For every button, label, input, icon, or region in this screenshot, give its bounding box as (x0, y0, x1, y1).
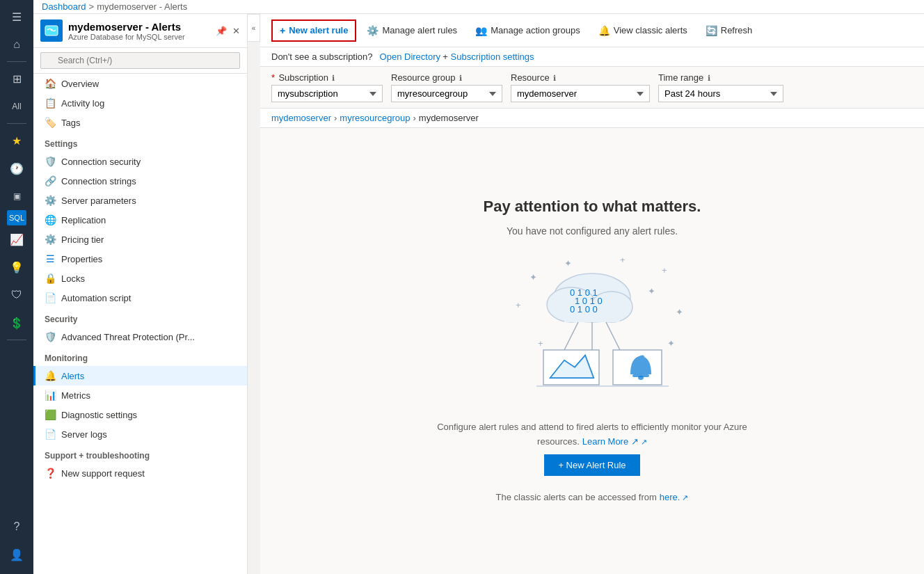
nav-item-alerts[interactable]: 🔔 Alerts (33, 366, 247, 385)
nav-label-advanced-threat: Advanced Threat Protection (Pr... (61, 332, 195, 342)
replication-icon: 🌐 (45, 214, 56, 225)
inner-wrapper: mydemoserver - Alerts Azure Database for… (33, 14, 924, 574)
view-classic-alerts-button[interactable]: 🔔 View classic alerts (591, 20, 695, 41)
nav-label-server-parameters: Server parameters (61, 196, 136, 206)
nav-item-tags[interactable]: 🏷️ Tags (33, 113, 247, 132)
separator-3 (7, 340, 26, 340)
nav-label-server-logs: Server logs (61, 429, 107, 440)
nav-item-automation-script[interactable]: 📄 Automation script (33, 288, 247, 308)
recent-icon[interactable]: 🕐 (0, 154, 33, 182)
subscription-settings-link[interactable]: Subscription settings (451, 51, 534, 62)
dont-see-subscription-text: Don't see a subscription? (271, 51, 373, 62)
resource-group-select[interactable]: myresourcegroup (391, 85, 502, 102)
home-icon[interactable]: ⌂ (0, 31, 33, 58)
activity-log-icon: 📋 (45, 97, 56, 109)
nav-item-server-logs[interactable]: 📄 Server logs (33, 424, 247, 444)
nav-label-activity-log: Activity log (61, 98, 104, 109)
nav-label-metrics: Metrics (61, 390, 90, 401)
user-icon[interactable]: 👤 (0, 541, 33, 568)
connection-strings-icon: 🔗 (45, 175, 56, 186)
nav-label-new-support-request: New support request (61, 468, 145, 479)
new-alert-btn-label: + New Alert Rule (558, 460, 626, 470)
time-range-select[interactable]: Past 24 hours (658, 85, 783, 102)
svg-line-18 (606, 322, 620, 350)
refresh-button[interactable]: 🔄 Refresh (698, 20, 760, 41)
dashboard-icon[interactable]: ⊞ (0, 65, 33, 93)
hamburger-icon[interactable]: ☰ (0, 3, 33, 31)
breadcrumb-dashboard[interactable]: Dashboard (42, 1, 86, 12)
support-section-header: Support + troubleshooting (33, 444, 247, 463)
automation-script-icon: 📄 (45, 292, 56, 303)
nav-item-overview[interactable]: 🏠 Overview (33, 74, 247, 93)
favorites-icon[interactable]: ★ (0, 127, 33, 154)
search-box: 🔍 (33, 48, 247, 74)
left-sidebar: ☰ ⌂ ⊞ All ★ 🕐 ▣ SQL 📈 💡 🛡 💲 ? 👤 (0, 0, 33, 574)
manage-action-groups-button[interactable]: 👥 Manage action groups (468, 20, 588, 41)
new-alert-rule-cta-button[interactable]: + New Alert Rule (544, 454, 639, 476)
resource-filter-group: Resource ℹ mydemoserver (511, 72, 650, 102)
svg-text:✦: ✦ (529, 272, 537, 282)
breadcrumb-arrow-1: › (334, 113, 337, 123)
nav-item-advanced-threat[interactable]: 🛡️ Advanced Threat Protection (Pr... (33, 327, 247, 346)
all-services-icon[interactable]: All (0, 93, 33, 120)
nav-item-server-parameters[interactable]: ⚙️ Server parameters (33, 191, 247, 210)
manage-alert-rules-label: Manage alert rules (382, 25, 457, 35)
svg-text:✦: ✦ (676, 307, 683, 317)
resource-subtitle: Azure Database for MySQL server (68, 33, 185, 41)
close-nav-icon[interactable]: ✕ (232, 26, 240, 36)
breadcrumb-server-link[interactable]: mydemoserver (271, 113, 331, 123)
pin-icon[interactable]: 📌 (216, 26, 227, 36)
nav-item-connection-security[interactable]: 🛡️ Connection security (33, 152, 247, 171)
nav-item-metrics[interactable]: 📊 Metrics (33, 385, 247, 405)
filter-bar-plus: + (443, 51, 450, 62)
collapse-nav-button[interactable]: « (248, 14, 260, 42)
server-logs-icon: 📄 (45, 429, 56, 440)
svg-line-16 (564, 322, 578, 350)
svg-text:+: + (662, 265, 667, 276)
pin-close-actions: 📌 ✕ (216, 26, 240, 36)
settings-section-header: Settings (33, 132, 247, 152)
security-section-header: Security (33, 308, 247, 327)
breadcrumb-arrow-2: › (413, 113, 415, 123)
resource-info: mydemoserver - Alerts Azure Database for… (68, 21, 185, 41)
nav-label-automation-script: Automation script (61, 293, 131, 303)
new-alert-rule-label: New alert rule (289, 25, 348, 35)
nav-label-pricing-tier: Pricing tier (61, 234, 104, 245)
breadcrumb-group-link[interactable]: myresourcegroup (340, 113, 410, 123)
classic-alerts-link[interactable]: here. (660, 492, 689, 502)
subscription-select[interactable]: mysubscription (271, 85, 383, 102)
cost-icon[interactable]: 💲 (0, 309, 33, 337)
sql-icon[interactable]: SQL (7, 210, 26, 225)
new-alert-rule-button[interactable]: + New alert rule (271, 19, 356, 42)
nav-item-activity-log[interactable]: 📋 Activity log (33, 93, 247, 113)
resource-groups-icon[interactable]: ▣ (0, 182, 33, 210)
search-input[interactable] (40, 52, 240, 69)
resource-select[interactable]: mydemoserver (511, 85, 650, 102)
nav-item-diagnostic-settings[interactable]: 🟩 Diagnostic settings (33, 405, 247, 424)
nav-item-new-support-request[interactable]: ❓ New support request (33, 463, 247, 483)
nav-label-locks: Locks (61, 273, 85, 284)
svg-text:✦: ✦ (648, 286, 655, 296)
monitor-icon[interactable]: 📈 (0, 225, 33, 253)
overview-icon: 🏠 (45, 78, 56, 89)
properties-icon: ☰ (45, 253, 56, 264)
resource-label: Resource ℹ (511, 72, 650, 83)
nav-item-locks[interactable]: 🔒 Locks (33, 269, 247, 288)
learn-more-link[interactable]: Learn More ↗ (582, 436, 647, 447)
nav-label-connection-security: Connection security (61, 157, 141, 167)
help-icon[interactable]: ? (0, 513, 33, 541)
manage-alert-rules-button[interactable]: ⚙️ Manage alert rules (359, 20, 465, 41)
security-center-icon[interactable]: 🛡 (0, 281, 33, 309)
empty-state-subtext: You have not configured any alert rules. (507, 224, 678, 239)
metrics-icon: 📊 (45, 390, 56, 401)
nav-item-properties[interactable]: ☰ Properties (33, 249, 247, 269)
nav-item-replication[interactable]: 🌐 Replication (33, 210, 247, 230)
open-directory-link[interactable]: Open Directory (380, 51, 440, 62)
breadcrumb-current: mydemoserver - Alerts (97, 1, 187, 12)
breadcrumb-sep: > (89, 1, 95, 12)
top-breadcrumb: Dashboard > mydemoserver - Alerts (33, 0, 924, 14)
svg-text:+: + (516, 300, 521, 310)
advisor-icon[interactable]: 💡 (0, 253, 33, 281)
nav-item-pricing-tier[interactable]: ⚙️ Pricing tier (33, 230, 247, 249)
nav-item-connection-strings[interactable]: 🔗 Connection strings (33, 171, 247, 191)
